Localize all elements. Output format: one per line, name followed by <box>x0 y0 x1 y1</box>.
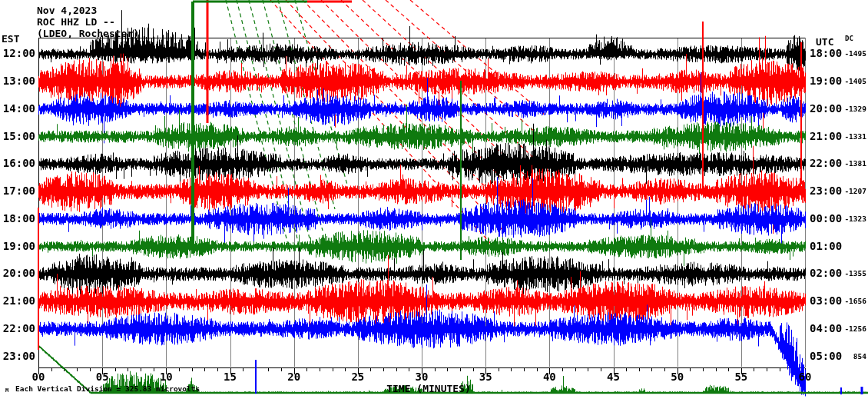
x-axis-tick-label: 60 <box>793 371 817 382</box>
x-axis-tick-label: 25 <box>346 371 369 382</box>
est-time-label: 23:00 <box>0 351 35 361</box>
utc-time-label: 01:00 <box>810 241 850 251</box>
dc-offset-value: -1381 <box>836 160 866 168</box>
est-time-label: 17:00 <box>0 185 35 196</box>
x-axis-tick-label: 05 <box>91 371 114 382</box>
x-axis-tick-label: 10 <box>154 371 177 382</box>
right-timezone-label: UTC <box>816 37 833 47</box>
dc-offset-value: -1331 <box>836 133 866 141</box>
est-time-label: 21:00 <box>0 295 35 306</box>
est-time-label: 22:00 <box>0 323 35 334</box>
est-time-label: 15:00 <box>0 131 35 141</box>
est-time-label: 18:00 <box>0 213 35 224</box>
seismogram-canvas <box>0 0 868 399</box>
dc-offset-value: -1256 <box>836 325 866 333</box>
x-axis-title: TIME (MINUTES) <box>352 384 505 394</box>
x-axis-tick-label: 35 <box>474 371 497 382</box>
dc-offset-value: -1656 <box>836 298 866 305</box>
left-timezone-label: EST <box>2 34 19 44</box>
est-time-label: 20:00 <box>0 268 35 278</box>
x-axis-tick-label: 55 <box>730 371 753 382</box>
dc-offset-value: -1405 <box>836 78 866 85</box>
est-time-label: 12:00 <box>0 48 35 58</box>
x-axis-tick-label: 20 <box>283 371 306 382</box>
dc-offset-value: -1207 <box>836 188 866 195</box>
dc-offset-header: DC <box>845 35 853 42</box>
dc-offset-value: -1355 <box>836 270 866 278</box>
watermark-mark: M <box>5 388 8 394</box>
dc-offset-value: -1495 <box>836 50 866 58</box>
dc-offset-value: -1323 <box>836 215 866 223</box>
header-date: Nov 4,2023 <box>37 5 97 15</box>
dc-offset-value: -1329 <box>836 105 866 113</box>
x-axis-tick-label: 40 <box>538 371 561 382</box>
header-network: (LDEO, Rochester) <box>37 28 139 38</box>
est-time-label: 13:00 <box>0 75 35 86</box>
x-axis-tick-label: 45 <box>602 371 625 382</box>
scale-note: Each Vertical Division = 325.83 microvol… <box>15 385 200 393</box>
dc-offset-value: 854 <box>836 353 866 361</box>
est-time-label: 19:00 <box>0 241 35 251</box>
x-axis-tick-label: 50 <box>666 371 689 382</box>
est-time-label: 16:00 <box>0 158 35 168</box>
x-axis-tick-label: 30 <box>410 371 433 382</box>
header-station: ROC HHZ LD -- <box>37 17 115 27</box>
est-time-label: 14:00 <box>0 103 35 114</box>
helicorder-page: Nov 4,2023 ROC HHZ LD -- (LDEO, Rocheste… <box>0 0 868 399</box>
x-axis-tick-label: 15 <box>219 371 242 382</box>
x-axis-tick-label: 00 <box>27 371 50 382</box>
